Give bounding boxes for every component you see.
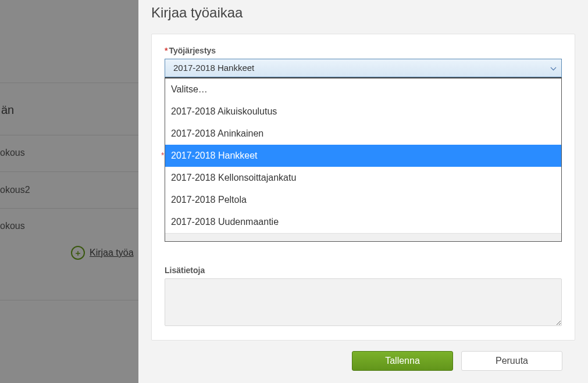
select-option[interactable]: 2017-2018 Peltola — [165, 189, 561, 211]
modal-panel: Kirjaa työaikaa *Työjärjestys 2017-2018 … — [138, 0, 588, 383]
order-field: *Työjärjestys 2017-2018 Hankkeet Valitse… — [165, 46, 562, 77]
select-option[interactable]: 2017-2018 Aikuiskoulutus — [165, 101, 561, 123]
dropdown-scroll-foot — [165, 233, 561, 241]
details-textarea[interactable] — [165, 278, 562, 326]
details-label: Lisätietoja — [165, 266, 562, 275]
select-option[interactable]: 2017-2018 Aninkainen — [165, 123, 561, 145]
order-label: *Työjärjestys — [165, 46, 562, 55]
required-indicator: * — [161, 151, 164, 160]
select-option[interactable]: Valitse… — [165, 78, 561, 101]
select-option[interactable]: 2017-2018 Kellonsoittajankatu — [165, 167, 561, 189]
select-option[interactable]: 2017-2018 Uudenmaantie — [165, 211, 561, 233]
order-label-text: Työjärjestys — [169, 46, 216, 55]
order-select-display[interactable]: 2017-2018 Hankkeet — [165, 59, 562, 77]
cancel-button[interactable]: Peruuta — [461, 351, 562, 371]
details-field: Lisätietoja — [165, 266, 562, 328]
modal-title: Kirjaa työaikaa — [151, 5, 575, 21]
order-select[interactable]: 2017-2018 Hankkeet Valitse… 2017-2018 Ai… — [165, 59, 562, 77]
form-card: *Työjärjestys 2017-2018 Hankkeet Valitse… — [151, 34, 575, 341]
button-bar: Tallenna Peruuta — [151, 351, 575, 373]
order-select-dropdown[interactable]: Valitse… 2017-2018 Aikuiskoulutus 2017-2… — [165, 77, 562, 242]
select-option[interactable]: 2017-2018 Hankkeet — [165, 145, 561, 167]
save-button[interactable]: Tallenna — [352, 351, 453, 371]
